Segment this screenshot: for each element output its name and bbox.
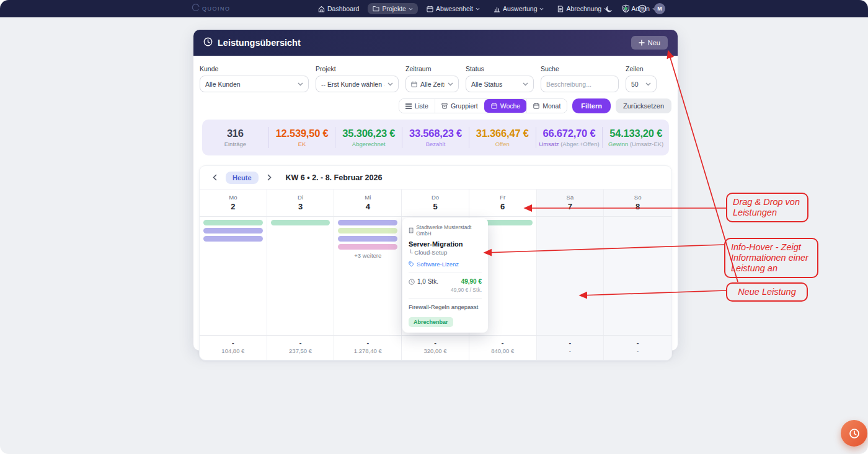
chevron-down-icon — [645, 82, 651, 86]
stat-label: EK — [298, 141, 306, 147]
view-controls: Liste Gruppiert Woche Monat Filtern Zurü… — [193, 92, 678, 113]
stat-item: 12.539,50 €EK — [269, 128, 335, 147]
heute-button[interactable]: Heute — [226, 172, 259, 184]
zuruecksetzen-button[interactable]: Zurücksetzen — [616, 98, 671, 113]
chevron-down-icon — [409, 7, 413, 11]
day-total-top: - — [604, 339, 671, 346]
top-navbar: Quoino DashboardProjekteAbwesenheitAuswe… — [0, 0, 868, 17]
nav-item-auswertung[interactable]: Auswertung — [489, 3, 549, 14]
stat-value: 31.366,47 € — [469, 128, 536, 139]
event-bar[interactable] — [338, 228, 397, 234]
stat-label: Einträge — [224, 141, 246, 147]
shield-icon[interactable] — [621, 4, 631, 14]
event-bar[interactable] — [338, 244, 397, 250]
nav-item-label: Projekte — [382, 5, 406, 12]
view-gruppiert-button[interactable]: Gruppiert — [435, 99, 484, 113]
nav-item-dashboard[interactable]: Dashboard — [313, 3, 364, 14]
day-cell-di[interactable] — [267, 217, 335, 335]
hover-project-title: Server-Migration — [409, 240, 482, 248]
nav-item-projekte[interactable]: Projekte — [368, 3, 418, 14]
filter-status-label: Status — [466, 65, 534, 72]
zeitraum-select[interactable]: Alle Zeiträume — [405, 76, 459, 92]
timer-fab-button[interactable] — [841, 420, 867, 447]
clock-icon — [203, 37, 213, 49]
stat-value: 54.133,20 € — [603, 128, 669, 139]
week-title: KW 6 • 2. - 8. Februar 2026 — [286, 173, 383, 182]
stat-label: Abgerechnet — [352, 141, 386, 147]
dark-mode-moon-icon[interactable] — [604, 4, 614, 14]
week-navigation: Heute KW 6 • 2. - 8. Februar 2026 — [200, 166, 671, 190]
kunde-select[interactable]: Alle Kunden — [200, 76, 309, 92]
filter-suche: Suche — [541, 65, 619, 92]
abrechenbar-badge: Abrechenbar — [409, 317, 453, 327]
day-number: 8 — [604, 202, 671, 211]
logo-swoosh-icon — [191, 3, 200, 14]
day-name: Fr — [469, 194, 536, 201]
help-icon[interactable]: ? — [637, 4, 647, 14]
projekt-select[interactable]: -- Erst Kunde wählen -- — [316, 76, 399, 92]
day-total-amount: 320,00 € — [402, 347, 469, 354]
filtern-button[interactable]: Filtern — [572, 98, 611, 113]
event-bar[interactable] — [203, 236, 263, 242]
stat-item: 33.568,23 €Bezahlt — [402, 128, 469, 147]
user-avatar[interactable]: M — [654, 3, 665, 14]
event-bar[interactable] — [203, 228, 263, 234]
status-select[interactable]: Alle Status — [466, 76, 534, 92]
zeilen-select[interactable]: 50 — [626, 76, 657, 92]
day-total-so: -- — [604, 336, 671, 360]
stat-label: Gewinn — [608, 141, 628, 147]
day-cell-mi[interactable]: +3 weitere — [334, 217, 402, 335]
event-bar[interactable] — [203, 220, 263, 225]
filter-kunde: Kunde Alle Kunden — [200, 65, 309, 92]
day-cell-so[interactable] — [604, 217, 671, 335]
next-week-button[interactable] — [264, 172, 276, 184]
day-total-amount: 840,00 € — [469, 347, 536, 354]
event-bar[interactable] — [271, 220, 330, 225]
view-monat-button[interactable]: Monat — [526, 99, 567, 113]
view-woche-button[interactable]: Woche — [484, 99, 527, 113]
chevron-right-icon — [267, 174, 272, 181]
nav-item-abwesenheit[interactable]: Abwesenheit — [422, 3, 485, 14]
day-total-amount: - — [537, 347, 604, 354]
view-woche-label: Woche — [500, 102, 521, 110]
filter-projekt-label: Projekt — [316, 65, 399, 72]
building-icon — [409, 227, 414, 234]
stat-value: 33.568,23 € — [402, 128, 469, 139]
day-total-top: - — [200, 339, 267, 346]
view-segmented-control: Liste Gruppiert Woche Monat — [399, 98, 568, 113]
search-input[interactable] — [546, 81, 613, 88]
app-logo[interactable]: Quoino — [191, 3, 231, 14]
day-header-mo: Mo2 — [200, 190, 267, 216]
day-total-amount: 1.278,40 € — [334, 347, 401, 354]
day-total-amount: 104,80 € — [200, 347, 267, 354]
prev-week-button[interactable] — [208, 172, 221, 184]
day-number: 6 — [469, 202, 536, 211]
more-events-label[interactable]: +3 weitere — [338, 252, 397, 259]
nav-item-label: Abrechnung — [566, 5, 601, 12]
clock-small-icon — [409, 279, 415, 285]
day-header-row: Mo2Di3Mi4Do5Fr6Sa7So8 — [200, 190, 671, 217]
zeilen-value: 50 — [631, 81, 642, 88]
event-bar[interactable] — [338, 236, 397, 242]
neu-button[interactable]: Neu — [631, 36, 668, 50]
annotation-drag-drop: Drag & Drop von Leistungen — [726, 193, 808, 222]
event-bar[interactable] — [338, 220, 397, 225]
stat-value: 66.672,70 € — [536, 128, 603, 139]
calendar-icon — [411, 81, 417, 87]
filter-suche-label: Suche — [541, 65, 619, 72]
filter-zeilen: Zeilen 50 — [626, 65, 657, 92]
day-total-mo: -104,80 € — [200, 336, 267, 360]
day-name: Mi — [334, 194, 401, 201]
day-header-do: Do5 — [402, 190, 469, 216]
day-header-mi: Mi4 — [334, 190, 402, 216]
home-icon — [318, 6, 325, 12]
day-cell-sa[interactable] — [537, 217, 604, 335]
stat-value: 35.306,23 € — [335, 128, 402, 139]
day-cell-mo[interactable] — [200, 217, 267, 335]
projekt-value: -- Erst Kunde wählen -- — [321, 81, 384, 88]
day-header-di: Di3 — [267, 190, 335, 216]
nav-right-icons: ? M — [604, 0, 665, 17]
kunde-value: Alle Kunden — [205, 81, 294, 88]
leistung-info-hover-card: Stadtwerke Musterstadt GmbH Server-Migra… — [402, 218, 488, 333]
view-liste-button[interactable]: Liste — [399, 99, 435, 113]
